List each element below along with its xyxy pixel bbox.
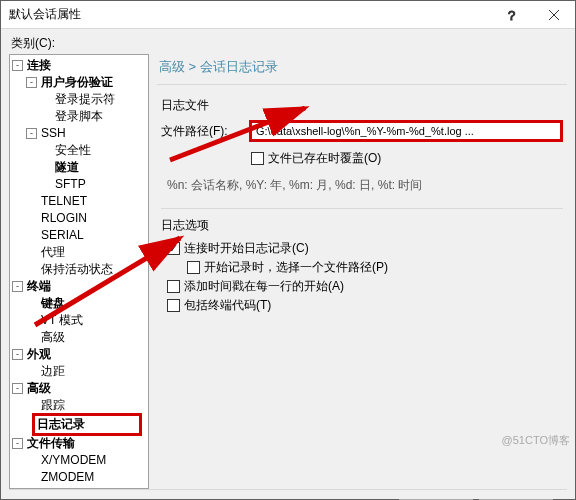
tree-login-prompt[interactable]: 登录提示符 [55,91,115,108]
tree-proxy[interactable]: 代理 [41,244,65,261]
tree-advanced-term[interactable]: 高级 [41,329,65,346]
tree-security[interactable]: 安全性 [55,142,91,159]
terminal-code-label: 包括终端代码(T) [184,297,271,314]
overwrite-label: 文件已存在时覆盖(O) [268,150,381,167]
tree-sftp[interactable]: SFTP [55,176,86,193]
log-options-section: 日志选项 [161,217,563,234]
tree-terminal[interactable]: 终端 [27,278,51,295]
tree-telnet[interactable]: TELNET [41,193,87,210]
divider [161,208,563,209]
file-path-input[interactable]: G:\data\xshell-log\%n_%Y-%m-%d_%t.log ..… [249,120,563,142]
start-on-connect-checkbox[interactable] [167,242,180,255]
help-button[interactable]: ? [491,1,533,29]
collapse-icon[interactable]: - [12,60,23,71]
collapse-icon[interactable]: - [12,438,23,449]
tree-vtmode[interactable]: VT 模式 [41,312,83,329]
format-hint: %n: 会话名称, %Y: 年, %m: 月, %d: 日, %t: 时间 [167,177,563,194]
collapse-icon[interactable]: - [12,383,23,394]
tree-zmodem[interactable]: ZMODEM [41,469,94,486]
tree-logging[interactable]: 日志记录 [32,413,142,436]
window-title: 默认会话属性 [9,6,81,23]
title-bar: 默认会话属性 ? [1,1,575,29]
tree-connection[interactable]: 连接 [27,57,51,74]
tree-auth[interactable]: 用户身份验证 [41,74,113,91]
tree-rlogin[interactable]: RLOGIN [41,210,87,227]
category-tree[interactable]: -连接 -用户身份验证 登录提示符 登录脚本 -SSH [9,54,149,489]
close-button[interactable] [533,1,575,29]
tree-trace[interactable]: 跟踪 [41,397,65,414]
overwrite-checkbox[interactable] [251,152,264,165]
watermark: @51CTO博客 [502,433,570,448]
tree-xymodem[interactable]: X/YMODEM [41,452,106,469]
tree-margin[interactable]: 边距 [41,363,65,380]
dialog-body: 类别(C): -连接 -用户身份验证 登录提示符 登录脚本 [1,29,575,500]
tree-serial[interactable]: SERIAL [41,227,84,244]
dialog-window: 默认会话属性 ? 类别(C): -连接 -用户身份验证 [0,0,576,500]
ask-path-label: 开始记录时，选择一个文件路径(P) [204,259,388,276]
collapse-icon[interactable]: - [26,128,37,139]
collapse-icon[interactable]: - [12,349,23,360]
terminal-code-checkbox[interactable] [167,299,180,312]
timestamp-label: 添加时间戳在每一行的开始(A) [184,278,344,295]
svg-text:?: ? [508,9,515,21]
ask-path-checkbox[interactable] [187,261,200,274]
titlebar-buttons: ? [491,1,575,29]
tree-keepalive[interactable]: 保持活动状态 [41,261,113,278]
category-label: 类别(C): [11,35,567,52]
main-row: -连接 -用户身份验证 登录提示符 登录脚本 -SSH [9,54,567,489]
breadcrumb: 高级 > 会话日志记录 [157,54,567,85]
collapse-icon[interactable]: - [26,77,37,88]
file-path-label: 文件路径(F): [161,123,241,140]
tree-tunnel[interactable]: 隧道 [55,159,79,176]
tree-login-script[interactable]: 登录脚本 [55,108,103,125]
start-on-connect-label: 连接时开始日志记录(C) [184,240,309,257]
tree-appearance[interactable]: 外观 [27,346,51,363]
right-panel: 高级 > 会话日志记录 日志文件 文件路径(F): G:\data\xshell… [157,54,567,489]
collapse-icon[interactable]: - [12,281,23,292]
tree-advanced[interactable]: 高级 [27,380,51,397]
tree-ssh[interactable]: SSH [41,125,66,142]
timestamp-checkbox[interactable] [167,280,180,293]
dialog-footer: 确定 取消 [9,489,567,500]
tree-keyboard[interactable]: 键盘 [41,295,65,312]
tree-filetransfer[interactable]: 文件传输 [27,435,75,452]
log-file-section: 日志文件 [161,97,563,114]
